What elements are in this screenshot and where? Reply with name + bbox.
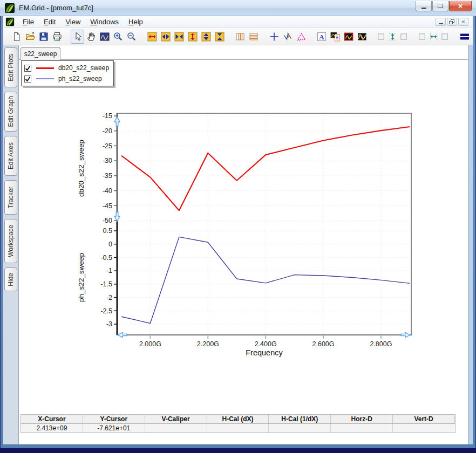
pointer-button[interactable]: [71, 30, 84, 44]
status-value: [207, 424, 269, 433]
zoom-in-button[interactable]: [111, 30, 125, 44]
right-edge-strip: [468, 45, 473, 444]
minimize-icon: [421, 8, 426, 9]
tracker-button[interactable]: [281, 30, 294, 44]
close-button[interactable]: ×: [449, 1, 472, 11]
window-title: EM.Grid - [pmom_tut7c]: [19, 4, 93, 12]
zoom-region-icon: [99, 31, 110, 42]
mdi-restore-button[interactable]: [447, 18, 457, 26]
app-logo-icon: [4, 3, 15, 13]
mdi-minimize-button[interactable]: [436, 18, 446, 26]
new-document-icon: [11, 31, 22, 42]
sidebar-tab-label: Tracker: [7, 187, 15, 208]
caliper-button[interactable]: [294, 30, 308, 44]
multi-plot-icon: [357, 31, 368, 42]
mdi-close-button[interactable]: ×: [458, 18, 468, 26]
vertical-grid-button[interactable]: [233, 30, 247, 44]
crosshair-icon: [269, 31, 280, 42]
stretch-x-button[interactable]: [159, 30, 172, 44]
print-button[interactable]: [50, 30, 64, 44]
menu-item-help[interactable]: Help: [124, 17, 148, 27]
menu-item-file[interactable]: File: [18, 17, 39, 27]
shrink-x-button[interactable]: [172, 30, 186, 44]
legend-label: ph_s22_sweep: [58, 75, 102, 83]
zoom-region-button[interactable]: [98, 30, 111, 44]
y-tick-label: -3: [106, 320, 112, 328]
upper-axis-bottom-handle[interactable]: [114, 212, 120, 221]
legend-checkbox[interactable]: [24, 65, 31, 72]
open-folder-button[interactable]: [23, 30, 37, 44]
expand-y-button[interactable]: [186, 30, 199, 44]
document-tab[interactable]: s22_sweep: [21, 47, 60, 60]
sidebar-tab-workspace[interactable]: Workspace: [4, 219, 17, 263]
legend-box: db20_s22_sweepph_s22_sweep: [21, 60, 114, 86]
toolbar-group: [267, 30, 308, 44]
shrink-x-icon: [174, 31, 185, 42]
multi-plot-button[interactable]: [355, 30, 369, 44]
checkbox-button[interactable]: [398, 30, 410, 44]
y-tick-label: -2.5: [100, 307, 112, 315]
y-axis-title: db20_s22_sweep: [77, 140, 85, 197]
mdi-restore-icon: [449, 19, 455, 25]
checkbox-icon: [440, 31, 450, 42]
y-tick-label: -1: [106, 267, 112, 274]
y-tick-label: -1.5: [100, 280, 112, 288]
y-tick-label: -0.5: [100, 254, 112, 262]
sidebar-tab-label: Hide: [7, 273, 15, 286]
toolbar-group: [71, 30, 138, 44]
expand-x-button[interactable]: [145, 30, 159, 44]
menu-item-windows[interactable]: Windows: [85, 17, 124, 27]
sidebar-tab-hide[interactable]: Hide: [4, 267, 17, 291]
checkbox-button[interactable]: [439, 30, 451, 44]
status-header: Horz-D: [331, 415, 393, 424]
upper-axis-top-handle[interactable]: [114, 117, 120, 126]
legend-checkbox[interactable]: [24, 76, 31, 83]
x-tick-label: 2.000G: [139, 340, 161, 348]
crosshair-button[interactable]: [267, 30, 281, 44]
stretch-y-button[interactable]: [199, 30, 213, 44]
document-logo-icon: [5, 17, 15, 26]
status-header: Vert-D: [393, 415, 455, 424]
sidebar-tab-edit-plots[interactable]: Edit Plots: [4, 47, 17, 87]
sidebar-tab-tracker[interactable]: Tracker: [4, 180, 17, 215]
checkbox-icon: [399, 31, 409, 42]
save-button[interactable]: [37, 30, 50, 44]
menu-item-view[interactable]: View: [60, 17, 85, 27]
plot-with-legend-button[interactable]: [328, 30, 342, 44]
text-label-icon: A: [316, 31, 327, 42]
y-tick-label: 0: [108, 241, 112, 248]
shrink-y-icon: [214, 31, 225, 42]
h-fit-arrow-button[interactable]: [428, 30, 439, 44]
sidebar-tab-edit-axes[interactable]: Edit Axes: [4, 136, 17, 176]
checkbox-button[interactable]: [417, 30, 428, 44]
y-tick-label: 0.5: [103, 227, 112, 235]
single-plot-button[interactable]: [342, 30, 355, 44]
horizontal-grid-button[interactable]: [247, 30, 260, 44]
print-icon: [52, 31, 63, 42]
minimize-button[interactable]: [416, 1, 432, 11]
toolbar-group: [376, 30, 410, 44]
x-axis-left-handle[interactable]: [118, 332, 127, 337]
legend-entry: db20_s22_sweep: [24, 63, 109, 73]
save-icon: [38, 31, 49, 42]
pan-hand-button[interactable]: [84, 30, 98, 44]
layout-bars-button[interactable]: [458, 30, 471, 44]
menu-items: FileEditViewWindowsHelp: [18, 17, 148, 27]
zoom-out-button[interactable]: [125, 30, 138, 44]
chart: -15-20-25-30-35-40-45-50db20_s22_sweep0.…: [71, 107, 427, 359]
toolbar-group: [10, 30, 64, 44]
status-value: 2.413e+09: [21, 424, 83, 433]
x-axis-right-handle[interactable]: [401, 332, 410, 337]
status-value: -7.621e+01: [83, 424, 145, 433]
maximize-button[interactable]: [432, 1, 448, 11]
v-fit-arrow-button[interactable]: [387, 30, 398, 44]
new-document-button[interactable]: [10, 30, 23, 44]
checkbox-button[interactable]: [376, 30, 387, 44]
menu-item-edit[interactable]: Edit: [39, 17, 60, 27]
shrink-y-button[interactable]: [213, 30, 226, 44]
status-value: [145, 424, 207, 433]
text-label-button[interactable]: A: [315, 30, 328, 44]
sidebar-tab-edit-graph[interactable]: Edit Graph: [4, 92, 17, 132]
status-header: Y-Cursor: [83, 415, 145, 424]
mdi-minimize-icon: [439, 23, 443, 24]
